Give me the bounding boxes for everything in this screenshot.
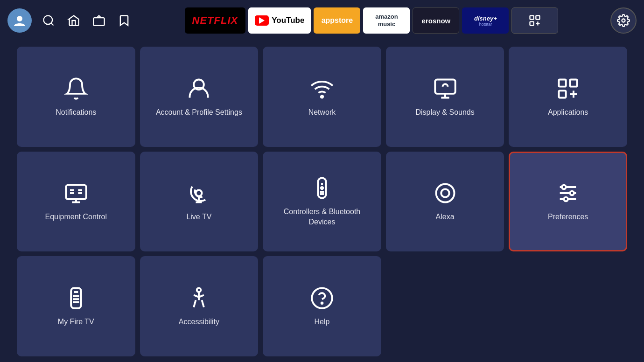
equipment-control-tile[interactable]: Equipment Control: [17, 152, 135, 252]
svg-rect-13: [559, 79, 566, 86]
svg-rect-18: [66, 185, 86, 199]
svg-point-30: [321, 187, 323, 189]
help-label: Help: [315, 317, 330, 327]
alexa-icon: [433, 181, 457, 205]
svg-point-40: [564, 197, 568, 202]
help-icon: [310, 286, 334, 310]
bookmark-icon[interactable]: [116, 12, 133, 29]
alexa-tile[interactable]: Alexa: [386, 152, 504, 252]
live-tv-label: Live TV: [186, 212, 211, 222]
tv-icon[interactable]: [91, 12, 107, 29]
svg-rect-15: [559, 90, 566, 97]
wifi-icon: [310, 77, 334, 101]
my-fire-tv-label: My Fire TV: [58, 317, 94, 327]
bell-icon: [64, 77, 88, 101]
my-fire-tv-tile[interactable]: My Fire TV: [17, 256, 135, 356]
display-icon: [433, 77, 457, 101]
svg-rect-41: [71, 288, 81, 308]
svg-line-2: [51, 23, 53, 25]
appstore-label: appstore: [322, 16, 353, 25]
netflix-label: NETFLIX: [192, 14, 238, 27]
preferences-label: Preferences: [548, 212, 588, 222]
svg-rect-6: [530, 21, 534, 25]
amazon-music-button[interactable]: amazonmusic: [363, 7, 410, 34]
applications-label: Applications: [548, 107, 588, 118]
sliders-icon: [556, 181, 580, 205]
svg-point-0: [17, 16, 22, 21]
help-tile[interactable]: Help: [263, 256, 381, 356]
svg-rect-5: [536, 16, 540, 20]
top-navigation: NETFLIX YouTube appstore amazonmusic ero…: [0, 0, 644, 41]
svg-rect-4: [530, 16, 534, 20]
remote-icon: [310, 176, 334, 200]
youtube-label: YouTube: [272, 16, 304, 25]
equipment-control-label: Equipment Control: [45, 212, 107, 222]
applications-tile[interactable]: Applications: [509, 47, 627, 147]
notifications-tile[interactable]: Notifications: [17, 47, 135, 147]
svg-point-34: [441, 189, 449, 197]
antenna-icon: [187, 181, 211, 205]
person-icon: [187, 77, 211, 101]
svg-point-39: [570, 191, 574, 195]
youtube-button[interactable]: YouTube: [248, 7, 311, 34]
preferences-tile[interactable]: Preferences: [509, 152, 627, 252]
svg-rect-14: [570, 79, 577, 86]
svg-point-46: [197, 288, 201, 292]
disney-label: disney+: [474, 15, 497, 22]
svg-point-11: [321, 96, 323, 97]
accessibility-tile[interactable]: Accessibility: [140, 256, 259, 356]
fire-remote-icon: [64, 286, 88, 310]
search-icon[interactable]: [40, 12, 57, 29]
network-tile[interactable]: Network: [263, 47, 381, 147]
controllers-bluetooth-tile[interactable]: Controllers & Bluetooth Devices: [263, 152, 381, 252]
appstore-button[interactable]: appstore: [314, 7, 360, 34]
netflix-button[interactable]: NETFLIX: [185, 7, 246, 34]
display-sounds-tile[interactable]: Display & Sounds: [386, 47, 504, 147]
disney-button[interactable]: disney+ hotstar: [462, 7, 509, 34]
settings-button[interactable]: [610, 7, 637, 34]
network-label: Network: [308, 107, 336, 118]
settings-grid: Notifications Account & Profile Settings…: [0, 41, 644, 362]
svg-point-50: [312, 288, 332, 308]
svg-point-38: [562, 185, 566, 189]
monitor-icon: [64, 181, 88, 205]
hotstar-label: hotstar: [479, 22, 492, 27]
svg-rect-3: [93, 18, 104, 25]
accessibility-icon: [187, 286, 211, 310]
apps-icon: [556, 77, 580, 101]
nav-left-icons: [7, 8, 133, 33]
user-avatar[interactable]: [7, 8, 32, 33]
controllers-bluetooth-label: Controllers & Bluetooth Devices: [270, 207, 374, 227]
account-profile-label: Account & Profile Settings: [156, 107, 242, 118]
notifications-label: Notifications: [56, 107, 96, 118]
svg-point-1: [44, 16, 53, 25]
live-tv-tile[interactable]: Live TV: [140, 152, 259, 252]
youtube-play-icon: [255, 15, 269, 26]
svg-line-49: [202, 300, 204, 307]
svg-point-33: [436, 184, 454, 202]
amazon-music-label: amazonmusic: [375, 13, 398, 28]
erosnow-button[interactable]: erosnow: [413, 7, 459, 34]
account-profile-tile[interactable]: Account & Profile Settings: [140, 47, 259, 147]
alexa-label: Alexa: [436, 212, 455, 222]
app-shortcuts: NETFLIX YouTube appstore amazonmusic ero…: [138, 7, 605, 34]
svg-point-9: [622, 19, 625, 22]
svg-line-48: [194, 300, 196, 307]
display-sounds-label: Display & Sounds: [415, 107, 474, 118]
home-icon[interactable]: [65, 12, 82, 29]
accessibility-label: Accessibility: [179, 317, 219, 327]
erosnow-label: erosnow: [422, 17, 451, 25]
more-apps-button[interactable]: [511, 7, 558, 34]
